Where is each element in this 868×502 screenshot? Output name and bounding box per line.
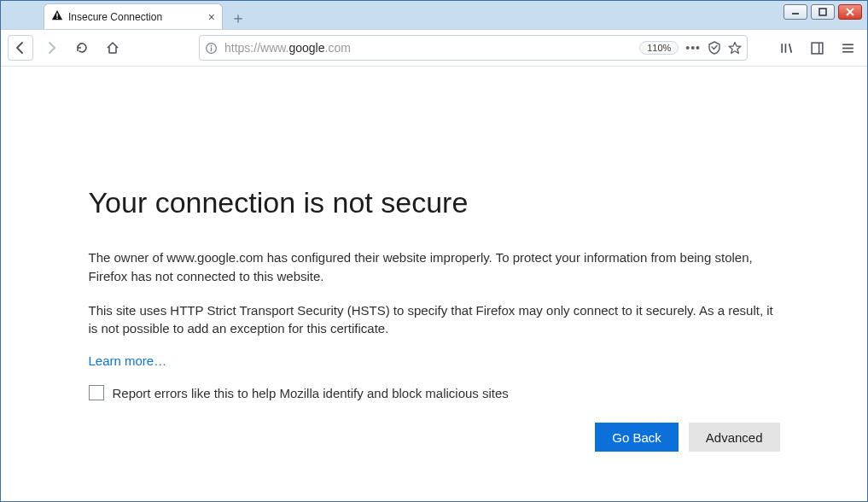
report-errors-row: Report errors like this to help Mozilla …: [89, 385, 780, 400]
go-back-button[interactable]: Go Back: [595, 423, 679, 452]
back-button[interactable]: [8, 35, 33, 61]
toolbar: https://www.google.com 110% •••: [1, 29, 867, 67]
tab-strip: Insecure Connection × ＋: [44, 3, 250, 29]
svg-point-7: [211, 44, 213, 46]
reload-button[interactable]: [69, 35, 95, 61]
report-errors-checkbox[interactable]: [89, 385, 104, 400]
error-heading: Your connection is not secure: [89, 186, 780, 219]
url-host: google: [288, 41, 324, 55]
button-row: Go Back Advanced: [89, 423, 780, 452]
site-info-icon[interactable]: [205, 42, 218, 55]
svg-line-11: [789, 44, 791, 53]
svg-rect-8: [211, 47, 212, 51]
learn-more-link[interactable]: Learn more…: [89, 353, 167, 368]
report-errors-label: Report errors like this to help Mozilla …: [113, 386, 509, 400]
home-button[interactable]: [100, 35, 125, 61]
page-content: Your connection is not secure The owner …: [1, 67, 867, 501]
svg-rect-12: [812, 43, 823, 54]
svg-rect-1: [819, 9, 826, 15]
url-text: https://www.google.com: [224, 41, 632, 55]
error-paragraph-1: The owner of www.google.com has configur…: [89, 248, 780, 286]
toolbar-right: [775, 37, 859, 59]
window-close-button[interactable]: [838, 4, 862, 20]
svg-rect-4: [56, 13, 57, 16]
forward-button[interactable]: [38, 35, 64, 61]
pocket-icon[interactable]: [708, 41, 721, 55]
url-prefix: https://www.: [224, 41, 288, 55]
sidebar-icon[interactable]: [806, 37, 828, 59]
library-icon[interactable]: [775, 37, 797, 59]
tab-active[interactable]: Insecure Connection ×: [44, 3, 223, 29]
error-container: Your connection is not secure The owner …: [72, 186, 797, 477]
error-paragraph-2: This site uses HTTP Strict Transport Sec…: [89, 301, 780, 339]
svg-rect-5: [56, 18, 57, 19]
tab-close-button[interactable]: ×: [208, 11, 215, 23]
menu-icon[interactable]: [836, 37, 859, 59]
bookmark-star-icon[interactable]: [728, 41, 742, 55]
page-actions-icon[interactable]: •••: [685, 41, 701, 55]
warning-icon: [51, 9, 63, 24]
tab-title: Insecure Connection: [68, 11, 162, 23]
window-controls: [784, 4, 862, 20]
maximize-button[interactable]: [811, 4, 835, 20]
url-suffix: .com: [325, 41, 351, 55]
minimize-button[interactable]: [784, 4, 807, 20]
url-bar[interactable]: https://www.google.com 110% •••: [199, 35, 748, 61]
new-tab-button[interactable]: ＋: [226, 7, 250, 29]
advanced-button[interactable]: Advanced: [689, 423, 780, 452]
zoom-indicator[interactable]: 110%: [639, 41, 679, 55]
